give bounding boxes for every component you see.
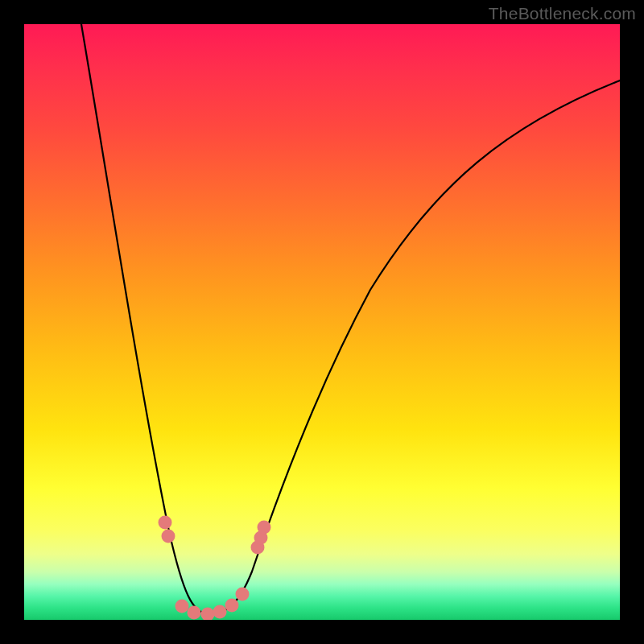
chart-container: TheBottleneck.com bbox=[0, 0, 644, 644]
curve-marker bbox=[213, 605, 227, 619]
curve-marker bbox=[236, 588, 250, 601]
chart-svg bbox=[24, 24, 620, 620]
curve-marker bbox=[175, 600, 189, 613]
plot-area bbox=[24, 24, 620, 620]
curve-marker bbox=[258, 521, 271, 535]
curve-marker bbox=[225, 599, 239, 613]
curve-marker bbox=[201, 608, 215, 621]
watermark-text: TheBottleneck.com bbox=[489, 4, 636, 23]
curve-marker bbox=[188, 606, 201, 620]
curve-marker bbox=[159, 516, 172, 530]
curve-marker bbox=[162, 530, 175, 543]
